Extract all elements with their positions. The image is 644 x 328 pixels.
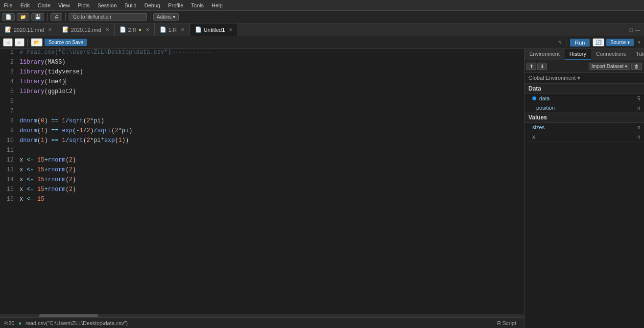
addins-btn[interactable]: Addins ▾ <box>153 13 179 21</box>
code-line-9: 9 dnorm(1) == exp(-1/2)/sqrt(2*pi) <box>0 127 524 137</box>
code-line-15: 15 x <- 15+rnorm(2) <box>0 186 524 196</box>
new-file-btn[interactable]: 📄 <box>2 13 15 21</box>
menu-code[interactable]: Code <box>34 2 54 8</box>
line-content-14: x <- 15+rnorm(2) <box>18 176 524 186</box>
line-num-15: 15 <box>0 186 18 196</box>
tab-actions: □ — <box>629 27 644 33</box>
line-num-9: 9 <box>0 127 18 137</box>
tab-close[interactable]: ✕ <box>181 27 185 32</box>
env-header: Global Environment ▾ <box>525 73 644 84</box>
tab-2r[interactable]: 📄 2.R ● ✕ <box>115 23 155 36</box>
env-name-data: data <box>539 95 637 101</box>
back-btn[interactable]: ◀ <box>3 38 13 47</box>
source-options-icon[interactable]: ▾ <box>638 39 641 46</box>
code-line-7: 7 <box>0 108 524 117</box>
tab-icon: 📄 <box>119 26 126 33</box>
menu-bar: File Edit Code View Plots Session Build … <box>0 0 644 11</box>
tab-untitled1[interactable]: 📄 Untitled1 ✕ <box>190 23 238 36</box>
menu-debug[interactable]: Debug <box>141 2 164 8</box>
line-num-12: 12 <box>0 157 18 166</box>
menu-edit[interactable]: Edit <box>17 2 34 8</box>
env-val-sizes: n <box>637 125 640 130</box>
main-container: 1 # read.csv("C:\Users\ZLL\Desktop\data.… <box>0 49 644 328</box>
source-on-save-btn[interactable]: Source on Save <box>45 39 87 46</box>
line-num-10: 10 <box>0 137 18 147</box>
editor-pane: 1 # read.csv("C:\Users\ZLL\Desktop\data.… <box>0 49 524 328</box>
env-item-x: x n <box>525 132 644 141</box>
tab-label: 1.R <box>168 27 177 33</box>
menu-profile[interactable]: Profile <box>164 2 187 8</box>
right-tab-environment[interactable]: Environment <box>525 49 565 60</box>
line-num-14: 14 <box>0 176 18 186</box>
run-btn[interactable]: Run <box>570 39 590 47</box>
script-type: R Script <box>497 320 516 326</box>
tab-close[interactable]: ✕ <box>145 27 149 32</box>
env-name-position: position <box>532 105 637 111</box>
menu-view[interactable]: View <box>54 2 74 8</box>
code-line-2: 2 library(MASS) <box>0 59 524 69</box>
tab-icon: 📝 <box>5 26 12 33</box>
source-btn[interactable]: Source ▾ <box>606 39 633 46</box>
minimize-icon[interactable]: — <box>635 27 640 33</box>
menu-file[interactable]: File <box>0 2 17 8</box>
line-num-3: 3 <box>0 69 18 78</box>
line-content-16: x <- 15 <box>18 196 524 206</box>
env-val-data: 5 <box>637 96 640 101</box>
tab-modified: ● <box>139 27 142 32</box>
open-btn[interactable]: 📁 <box>17 13 29 21</box>
load-workspace-btn[interactable]: ⬆ <box>526 63 536 70</box>
code-line-16: 16 x <- 15 <box>0 196 524 206</box>
line-num-7: 7 <box>0 108 18 117</box>
env-name-sizes: sizes <box>532 124 637 130</box>
line-num-4: 4 <box>0 78 18 88</box>
line-content-3: library(tidyverse) <box>18 69 524 78</box>
code-line-12: 12 x <- 15+rnorm(2) <box>0 157 524 166</box>
global-env-label[interactable]: Global Environment ▾ <box>528 75 580 81</box>
tab-label: 2.R <box>128 27 137 33</box>
line-content-5: library(ggplot2) <box>18 88 524 98</box>
tab-2020-11-rmd[interactable]: 📝 2020.11.rmd ✕ <box>0 23 57 36</box>
line-content-15: x <- 15+rnorm(2) <box>18 186 524 196</box>
line-num-16: 16 <box>0 196 18 206</box>
reload-icon[interactable]: 🔄 <box>593 38 604 47</box>
line-content-12: x <- 15+rnorm(2) <box>18 157 524 166</box>
toolbar-sep-1 <box>47 13 48 21</box>
save-workspace-btn[interactable]: ⬇ <box>537 63 547 70</box>
code-line-4: 4 library(lme4) <box>0 78 524 88</box>
print-btn[interactable]: 🖨 <box>50 13 62 21</box>
line-num-13: 13 <box>0 166 18 176</box>
maximize-icon[interactable]: □ <box>629 27 633 33</box>
menu-tools[interactable]: Tools <box>187 2 208 8</box>
menu-session[interactable]: Session <box>94 2 120 8</box>
editor-status: 4:20 ● read.csv("C:\Users\ZLL\Desktop\da… <box>0 317 524 328</box>
tabs-bar: 📝 2020.11.rmd ✕ 📝 2020.12.rmd ✕ 📄 2.R ● … <box>0 23 644 36</box>
go-to-function-btn[interactable]: Go to file/function <box>69 13 147 21</box>
show-in-file-btn[interactable]: 📂 <box>31 38 43 47</box>
right-tab-history[interactable]: History <box>565 49 591 60</box>
forward-btn[interactable]: ▶ <box>15 38 24 47</box>
clear-console-btn[interactable]: 🗑 <box>631 63 642 70</box>
line-content-7 <box>18 108 524 117</box>
menu-build[interactable]: Build <box>120 2 140 8</box>
code-line-5: 5 library(ggplot2) <box>0 88 524 98</box>
tab-1r[interactable]: 📄 1.R ✕ <box>155 23 190 36</box>
status-file: read.csv("C:\Users\ZLL\Desktop\data.csv"… <box>25 320 128 326</box>
line-content-9: dnorm(1) == exp(-1/2)/sqrt(2*pi) <box>18 127 524 137</box>
tab-close[interactable]: ✕ <box>229 27 233 32</box>
code-line-14: 14 x <- 15+rnorm(2) <box>0 176 524 186</box>
right-tabs: Environment History Connections Tutorial <box>525 49 644 60</box>
save-btn[interactable]: 💾 <box>31 13 44 21</box>
sep2 <box>567 39 567 47</box>
toolbar-sep-3 <box>150 13 150 21</box>
tab-close[interactable]: ✕ <box>48 27 52 32</box>
right-tab-tutorial[interactable]: Tutorial <box>631 49 644 60</box>
menu-plots[interactable]: Plots <box>74 2 94 8</box>
import-dataset-btn[interactable]: Import Dataset ▾ <box>589 63 630 70</box>
menu-help[interactable]: Help <box>208 2 227 8</box>
code-area[interactable]: 1 # read.csv("C:\Users\ZLL\Desktop\data.… <box>0 49 524 314</box>
values-section-title: Values <box>525 113 644 123</box>
right-tab-connections[interactable]: Connections <box>591 49 631 60</box>
tab-2020-12-rmd[interactable]: 📝 2020.12.rmd ✕ <box>57 23 115 36</box>
right-panel: Environment History Connections Tutorial… <box>524 49 644 328</box>
tab-close[interactable]: ✕ <box>105 27 109 32</box>
